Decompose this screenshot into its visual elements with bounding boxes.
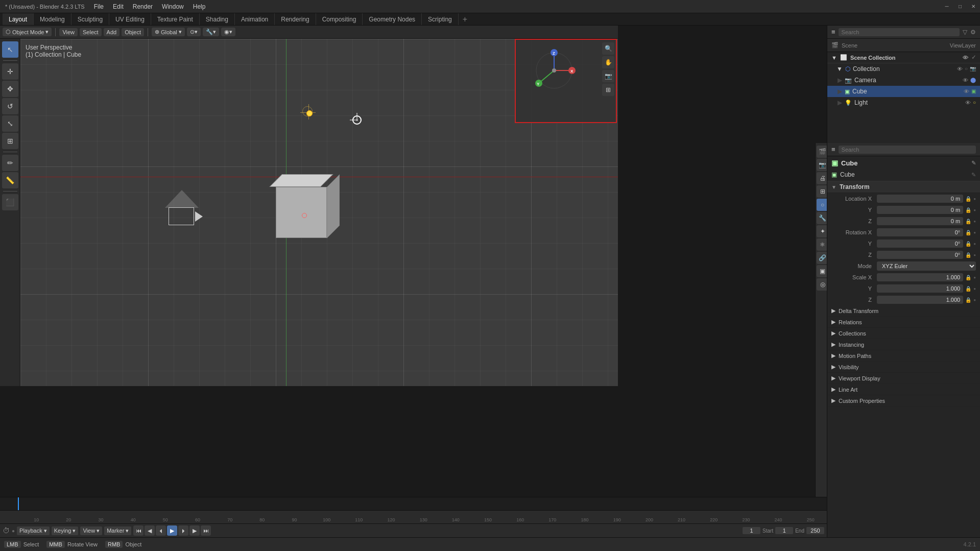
rotation-z-anim[interactable]: ●	[973, 253, 976, 257]
scale-z-value[interactable]: 1.000	[877, 296, 963, 304]
rotation-y-value[interactable]: 0°	[877, 239, 963, 248]
collection-render[interactable]: 📷	[970, 66, 976, 72]
maximize-button[interactable]: □	[953, 0, 967, 13]
proportional-edit[interactable]: ◉▾	[221, 28, 235, 36]
cube-mesh-type-icon[interactable]: ▣	[971, 88, 976, 94]
location-z-anim[interactable]: ●	[973, 219, 976, 224]
location-x-value[interactable]: 0 m	[877, 195, 963, 203]
location-y-lock[interactable]: 🔒	[965, 207, 971, 213]
location-x-anim[interactable]: ●	[973, 197, 976, 201]
select-tool-button[interactable]: ↖	[2, 41, 18, 58]
outliner-cube[interactable]: ▶ ▣ Cube 👁 ▣	[827, 86, 980, 97]
close-button[interactable]: ✕	[967, 0, 980, 13]
current-frame-input[interactable]: 1	[743, 527, 760, 534]
relations-section[interactable]: ▶ Relations	[827, 317, 980, 328]
marker-menu[interactable]: Marker ▾	[104, 526, 131, 535]
instancing-section[interactable]: ▶ Instancing	[827, 339, 980, 350]
outliner-collection[interactable]: ▼ ⬡ Collection 👁 ○ 📷	[827, 63, 980, 75]
gizmo-grid-button[interactable]: ⊞	[602, 84, 614, 96]
keying-menu[interactable]: Keying ▾	[52, 526, 79, 535]
gizmo-pan-button[interactable]: ✋	[602, 56, 614, 68]
timeline-view-menu[interactable]: View ▾	[80, 526, 102, 535]
tab-uv-editing[interactable]: UV Editing	[109, 13, 151, 25]
motion-paths-section[interactable]: ▶ Motion Paths	[827, 350, 980, 362]
cube-object[interactable]	[271, 182, 332, 243]
add-menu[interactable]: Add	[104, 28, 120, 36]
snap-toggle[interactable]: 🔧▾	[203, 28, 219, 36]
tab-layout[interactable]: Layout	[3, 13, 34, 25]
cursor-tool-button[interactable]: ✛	[2, 63, 18, 80]
tab-shading[interactable]: Shading	[200, 13, 235, 25]
menu-edit[interactable]: Edit	[109, 2, 128, 11]
scale-x-lock[interactable]: 🔒	[965, 275, 971, 280]
outliner-light[interactable]: ▶ 💡 Light 👁 ○	[827, 97, 980, 108]
transform-tool-button[interactable]: ⊞	[2, 133, 18, 149]
tab-rendering[interactable]: Rendering	[275, 13, 316, 25]
location-z-lock[interactable]: 🔒	[965, 219, 971, 224]
add-workspace-button[interactable]: +	[459, 15, 471, 24]
jump-end-button[interactable]: ⏭	[201, 525, 211, 536]
custom-properties-section[interactable]: ▶ Custom Properties	[827, 395, 980, 406]
outliner-options-icon[interactable]: ⚙	[970, 29, 976, 36]
menu-render[interactable]: Render	[129, 2, 157, 11]
menu-window[interactable]: Window	[158, 2, 188, 11]
viewport-display-section[interactable]: ▶ Viewport Display	[827, 373, 980, 384]
tab-texture-paint[interactable]: Texture Paint	[151, 13, 200, 25]
line-art-section[interactable]: ▶ Line Art	[827, 384, 980, 395]
light-type-icon[interactable]: ○	[973, 100, 976, 106]
tab-scripting[interactable]: Scripting	[422, 13, 459, 25]
scale-y-anim[interactable]: ●	[973, 286, 976, 291]
view-menu[interactable]: View	[59, 28, 78, 36]
transform-section-header[interactable]: ▼ Transform	[827, 181, 980, 193]
light-eye[interactable]: 👁	[965, 100, 971, 106]
rotation-z-value[interactable]: 0°	[877, 251, 963, 259]
play-button[interactable]: ▶	[167, 525, 177, 536]
delta-transform-section[interactable]: ▶ Delta Transform	[827, 305, 980, 317]
mode-dropdown[interactable]: ⬡ Object Mode ▾	[3, 28, 52, 36]
playback-menu[interactable]: Playback ▾	[17, 526, 50, 535]
jump-start-button[interactable]: ⏮	[133, 525, 144, 536]
minimize-button[interactable]: ─	[940, 0, 953, 13]
scale-y-lock[interactable]: 🔒	[965, 286, 971, 292]
start-frame-input[interactable]: 1	[775, 527, 793, 534]
transform-global[interactable]: ⊕ Global ▾	[152, 28, 185, 36]
prev-frame-button[interactable]: ◀	[145, 525, 155, 536]
scene-collection-exclude[interactable]: ✓	[971, 54, 976, 61]
location-x-lock[interactable]: 🔒	[965, 196, 971, 202]
scale-tool-button[interactable]: ⤡	[2, 115, 18, 132]
location-y-value[interactable]: 0 m	[877, 206, 963, 214]
scale-z-lock[interactable]: 🔒	[965, 297, 971, 303]
location-y-anim[interactable]: ●	[973, 208, 976, 212]
rotation-x-anim[interactable]: ●	[973, 230, 976, 235]
visibility-section[interactable]: ▶ Visibility	[827, 362, 980, 373]
properties-search-input[interactable]	[839, 146, 976, 154]
tab-animation[interactable]: Animation	[235, 13, 275, 25]
end-frame-input[interactable]: 250	[806, 527, 824, 534]
select-menu[interactable]: Select	[80, 28, 102, 36]
collection-viewport[interactable]: ○	[965, 66, 968, 72]
camera-eye[interactable]: 👁	[963, 77, 968, 83]
menu-file[interactable]: File	[90, 2, 108, 11]
rotation-z-lock[interactable]: 🔒	[965, 252, 971, 258]
next-keyframe-button[interactable]: ⏵	[178, 525, 188, 536]
next-frame-button[interactable]: ▶	[189, 525, 200, 536]
rotate-tool-button[interactable]: ↺	[2, 98, 18, 114]
pivot-point[interactable]: ⊙▾	[187, 28, 201, 36]
object-name-edit-icon[interactable]: ✎	[971, 160, 976, 166]
rotation-mode-select[interactable]: XYZ Euler XZY Euler YXZ Euler Quaternion	[877, 261, 976, 271]
scale-x-anim[interactable]: ●	[973, 275, 976, 280]
tab-geometry-nodes[interactable]: Geometry Nodes	[363, 13, 422, 25]
collection-expand[interactable]: ▼	[836, 65, 843, 73]
outliner-search-input[interactable]	[839, 28, 960, 36]
rotation-y-lock[interactable]: 🔒	[965, 241, 971, 247]
gizmo-zoom-button[interactable]: 🔍	[602, 42, 614, 55]
sub-name-edit-icon[interactable]: ✎	[971, 172, 976, 178]
prev-keyframe-button[interactable]: ⏴	[156, 525, 166, 536]
gizmo-camera-button[interactable]: 📷	[602, 70, 614, 82]
menu-help[interactable]: Help	[189, 2, 210, 11]
scale-z-anim[interactable]: ●	[973, 298, 976, 302]
scene-collection-eye[interactable]: 👁	[963, 55, 968, 61]
location-z-value[interactable]: 0 m	[877, 217, 963, 225]
timeline-strip[interactable]	[0, 497, 827, 510]
tab-compositing[interactable]: Compositing	[316, 13, 363, 25]
